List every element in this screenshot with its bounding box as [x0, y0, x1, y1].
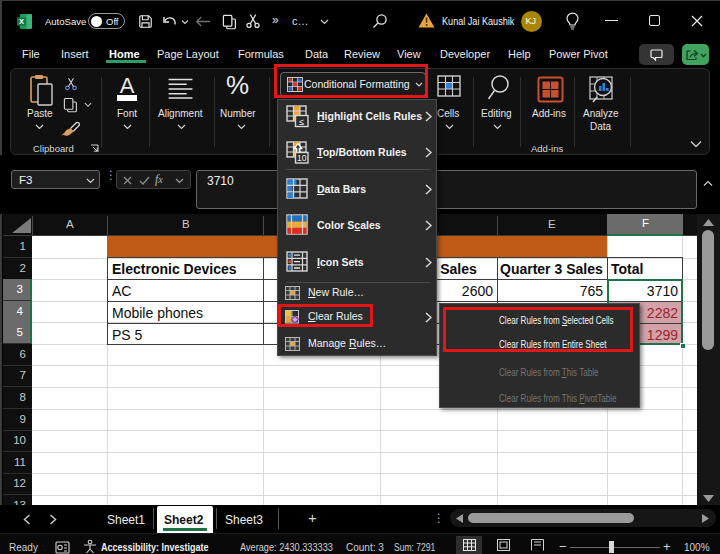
svg-text:10: 10 [297, 153, 307, 163]
svg-text:A: A [120, 75, 135, 98]
svg-text:≤: ≤ [299, 117, 304, 127]
